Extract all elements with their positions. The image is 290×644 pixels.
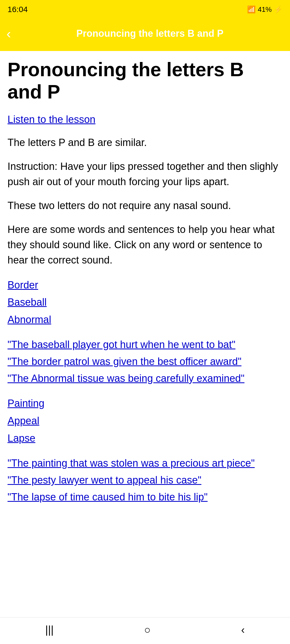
sentence-1-1[interactable]: "The baseball player got hurt when he we… <box>8 336 282 353</box>
word-painting[interactable]: Painting <box>8 395 282 412</box>
word-appeal[interactable]: Appeal <box>8 412 282 430</box>
sentence-group-2: "The painting that was stolen was a prec… <box>8 455 282 505</box>
listen-link[interactable]: Listen to the lesson <box>8 114 95 125</box>
sentence-1-2[interactable]: "The border patrol was given the best of… <box>8 353 282 370</box>
sentence-2-1[interactable]: "The painting that was stolen was a prec… <box>8 455 282 472</box>
page-title: Pronouncing the letters B and P <box>8 58 282 103</box>
sentence-group-1: "The baseball player got hurt when he we… <box>8 336 282 387</box>
paragraph-1: The letters P and B are similar. <box>8 135 282 150</box>
paragraph-3: These two letters do not require any nas… <box>8 198 282 213</box>
paragraph-2: Instruction: Have your lips pressed toge… <box>8 159 282 189</box>
main-content: Pronouncing the letters B and P Listen t… <box>0 51 290 546</box>
paragraph-4: Here are some words and sentences to hel… <box>8 222 282 268</box>
word-baseball[interactable]: Baseball <box>8 294 282 311</box>
word-abnormal[interactable]: Abnormal <box>8 311 282 328</box>
word-group-2: Painting Appeal Lapse <box>8 395 282 447</box>
word-group-1: Border Baseball Abnormal <box>8 276 282 328</box>
status-time: 16:04 <box>8 5 28 14</box>
charging-icon: ⚡ <box>274 5 282 14</box>
word-border[interactable]: Border <box>8 276 282 294</box>
top-bar-title: Pronouncing the letters B and P <box>16 27 284 40</box>
battery-level: 41% <box>258 5 272 14</box>
sentence-2-2[interactable]: "The pesty lawyer went to appeal his cas… <box>8 472 282 489</box>
back-button[interactable]: ‹ <box>6 27 11 40</box>
sentence-1-3[interactable]: "The Abnormal tissue was being carefully… <box>8 370 282 387</box>
top-bar: ‹ Pronouncing the letters B and P <box>0 19 290 51</box>
status-icons: 📶 41% ⚡ <box>247 5 282 14</box>
wifi-icon: 📶 <box>247 5 256 14</box>
status-bar: 16:04 📶 41% ⚡ <box>0 0 290 19</box>
word-lapse[interactable]: Lapse <box>8 430 282 447</box>
sentence-2-3[interactable]: "The lapse of time caused him to bite hi… <box>8 489 282 506</box>
